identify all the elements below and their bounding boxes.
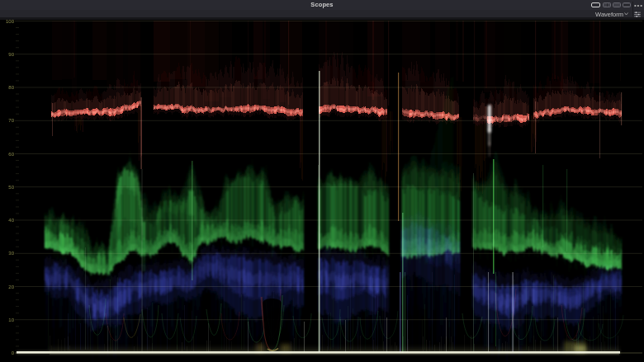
svg-text:100: 100	[6, 19, 15, 24]
svg-text:30: 30	[8, 251, 14, 256]
svg-text:90: 90	[8, 52, 14, 57]
svg-text:60: 60	[8, 152, 14, 157]
svg-text:40: 40	[8, 218, 14, 223]
svg-text:70: 70	[8, 118, 14, 123]
svg-text:20: 20	[8, 284, 14, 289]
svg-text:50: 50	[8, 185, 14, 190]
svg-text:10: 10	[8, 317, 14, 322]
svg-text:80: 80	[8, 85, 14, 90]
